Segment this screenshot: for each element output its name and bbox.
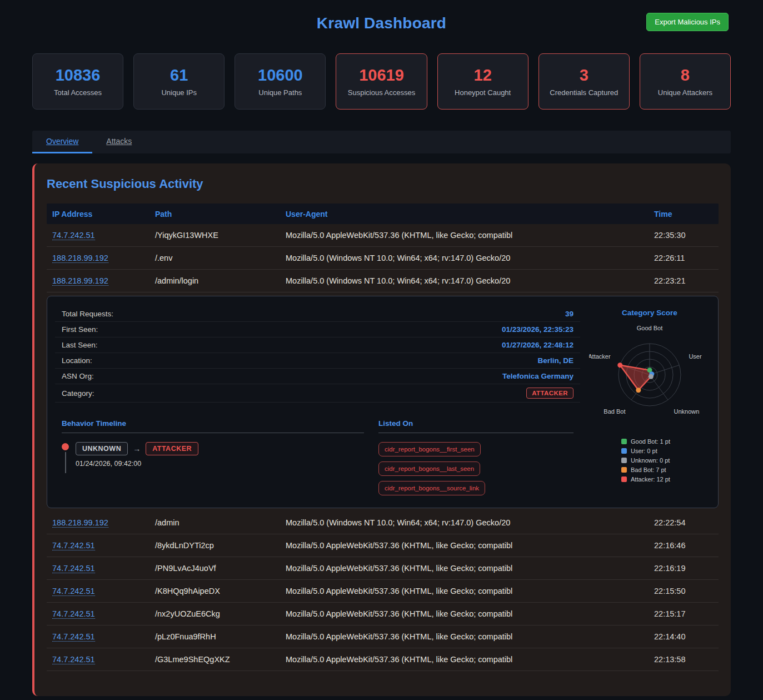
legend-label: Attacker: 12 pt — [631, 476, 670, 483]
stat-label: Total Accesses — [54, 88, 102, 97]
stat-card-unique-paths: 10600Unique Paths — [235, 53, 326, 110]
category-score-chart: Category Score Good BotUserUnknownBad Bo… — [589, 306, 710, 495]
ip-cell: 74.7.242.51 — [52, 655, 155, 664]
stat-value: 3 — [580, 66, 589, 85]
user-agent-cell: Mozilla/5.0 AppleWebKit/537.36 (KHTML, l… — [286, 564, 654, 573]
time-cell: 22:15:50 — [654, 587, 713, 595]
timeline-dot-icon — [62, 443, 69, 450]
table-row[interactable]: 74.7.242.51/pLz0Fnua9fRhHMozilla/5.0 App… — [47, 625, 719, 648]
stat-value: 12 — [474, 66, 492, 85]
ip-address-link[interactable]: 74.7.242.51 — [52, 541, 95, 550]
behavior-timeline-title: Behavior Timeline — [62, 419, 364, 433]
info-value: Telefonica Germany — [502, 372, 574, 380]
legend-swatch — [621, 458, 627, 463]
ip-address-link[interactable]: 74.7.242.51 — [52, 587, 95, 596]
legend-item: User: 0 pt — [621, 448, 670, 454]
table-row[interactable]: 188.218.99.192/.envMozilla/5.0 (Windows … — [47, 247, 719, 270]
ip-cell: 188.218.99.192 — [52, 254, 155, 262]
tab-overview[interactable]: Overview — [32, 131, 92, 153]
table-row[interactable]: 74.7.242.51/G3Lme9ShEQgXKZMozilla/5.0 Ap… — [47, 648, 719, 671]
user-agent-cell: Mozilla/5.0 AppleWebKit/537.36 (KHTML, l… — [286, 632, 654, 641]
table-row[interactable]: 74.7.242.51/K8HQq9hAipeDXMozilla/5.0 App… — [47, 580, 719, 603]
ip-address-link[interactable]: 74.7.242.51 — [52, 655, 95, 664]
column-header-time: Time — [654, 210, 713, 219]
user-agent-cell: Mozilla/5.0 (Windows NT 10.0; Win64; x64… — [286, 518, 654, 527]
path-cell: /nx2yUOZuE6Ckg — [155, 609, 286, 618]
table-row[interactable]: 74.7.242.51/YiqykGI13WHXEMozilla/5.0 App… — [47, 224, 719, 247]
table-row[interactable]: 74.7.242.51/nx2yUOZuE6CkgMozilla/5.0 App… — [47, 603, 719, 625]
legend-item: Unknown: 0 pt — [621, 457, 670, 464]
radar-chart-svg: Good BotUserUnknownBad BotAttacker — [589, 318, 710, 434]
ip-cell: 74.7.242.51 — [52, 609, 155, 618]
stat-label: Credentials Captured — [550, 88, 618, 97]
listed-on-badge[interactable]: cidr_report_bogons__last_seen — [378, 461, 480, 476]
stat-value: 61 — [170, 66, 188, 85]
ip-address-link[interactable]: 188.218.99.192 — [52, 276, 108, 286]
time-cell: 22:23:21 — [654, 276, 713, 285]
ip-info-fields: Total Requests:39First Seen:01/23/2026, … — [55, 306, 580, 384]
radar-legend: Good Bot: 1 ptUser: 0 ptUnknown: 0 ptBad… — [621, 438, 670, 485]
timeline-from-badge: UNKNOWN — [76, 442, 128, 455]
table-row[interactable]: 74.7.242.51/PN9LvAcJ4uoVfMozilla/5.0 App… — [47, 557, 719, 580]
category-row: Category: ATTACKER — [55, 384, 580, 403]
table-row[interactable]: 188.218.99.192/adminMozilla/5.0 (Windows… — [47, 512, 719, 534]
timeline-to-badge: ATTACKER — [146, 442, 198, 455]
path-cell: /.env — [155, 254, 286, 262]
user-agent-cell: Mozilla/5.0 AppleWebKit/537.36 (KHTML, l… — [286, 587, 654, 595]
stat-card-unique-attackers: 8Unique Attackers — [640, 53, 731, 110]
listed-on-section: Listed On cidr_report_bogons__first_seen… — [378, 419, 574, 495]
timeline-transition: UNKNOWN → ATTACKER — [76, 442, 198, 455]
radar-axis-label: Unknown — [674, 408, 699, 415]
info-label: Last Seen: — [62, 341, 98, 349]
column-header-path: Path — [155, 210, 286, 219]
ip-address-link[interactable]: 74.7.242.51 — [52, 609, 95, 619]
ip-cell: 74.7.242.51 — [52, 541, 155, 550]
legend-item: Good Bot: 1 pt — [621, 438, 670, 445]
ip-cell: 188.218.99.192 — [52, 276, 155, 285]
ip-cell: 74.7.242.51 — [52, 587, 155, 595]
stat-value: 10600 — [258, 66, 303, 85]
legend-label: Bad Bot: 7 pt — [631, 466, 666, 473]
ip-address-link[interactable]: 188.218.99.192 — [52, 254, 108, 263]
export-malicious-ips-button[interactable]: Export Malicious IPs — [646, 13, 729, 31]
user-agent-cell: Mozilla/5.0 AppleWebKit/537.36 (KHTML, l… — [286, 231, 654, 240]
legend-swatch — [621, 439, 627, 444]
time-cell: 22:14:40 — [654, 632, 713, 641]
time-cell: 22:35:30 — [654, 231, 713, 240]
user-agent-cell: Mozilla/5.0 (Windows NT 10.0; Win64; x64… — [286, 254, 654, 262]
recent-suspicious-activity-panel: Recent Suspicious Activity IP AddressPat… — [32, 163, 731, 696]
column-header-ip-address: IP Address — [52, 210, 155, 219]
stat-card-credentials-captured: 3Credentials Captured — [538, 53, 630, 110]
stat-card-total-accesses: 10836Total Accesses — [32, 53, 123, 110]
tab-bar: OverviewAttacks — [32, 131, 731, 153]
column-header-user-agent: User-Agent — [286, 210, 654, 219]
ip-address-link[interactable]: 74.7.242.51 — [52, 632, 95, 642]
listed-on-badge[interactable]: cidr_report_bogons__first_seen — [378, 442, 481, 456]
timeline-timestamp: 01/24/2026, 09:42:00 — [76, 460, 198, 468]
info-row-first-seen: First Seen:01/23/2026, 22:35:23 — [55, 322, 580, 337]
info-label: Total Requests: — [62, 310, 113, 318]
listed-on-badge[interactable]: cidr_report_bogons__source_link — [378, 481, 485, 495]
category-attacker-badge: ATTACKER — [526, 388, 574, 399]
table-rows-after-detail: 188.218.99.192/adminMozilla/5.0 (Windows… — [47, 512, 719, 671]
table-row[interactable]: 74.7.242.51/8ykdLnDYTi2cpMozilla/5.0 App… — [47, 534, 719, 557]
radar-axis-label: Attacker — [589, 353, 611, 360]
tab-attacks[interactable]: Attacks — [92, 131, 146, 153]
ip-address-link[interactable]: 74.7.242.51 — [52, 564, 95, 573]
info-label: ASN Org: — [62, 372, 94, 380]
legend-label: User: 0 pt — [631, 448, 657, 454]
ip-address-link[interactable]: 74.7.242.51 — [52, 231, 95, 240]
timeline-gutter — [62, 442, 69, 473]
stat-value: 10619 — [359, 66, 404, 85]
table-row[interactable]: 188.218.99.192/admin/loginMozilla/5.0 (W… — [47, 270, 719, 292]
path-cell: /8ykdLnDYTi2cp — [155, 541, 286, 550]
page-header: Krawl Dashboard Export Malicious IPs — [32, 0, 731, 47]
info-value: 01/27/2026, 22:48:12 — [502, 341, 574, 349]
category-label: Category: — [62, 389, 94, 398]
stat-card-suspicious-accesses: 10619Suspicious Accesses — [336, 53, 427, 110]
detail-sub-columns: Behavior Timeline UNKNOWN → — [55, 419, 580, 495]
ip-cell: 74.7.242.51 — [52, 564, 155, 573]
ip-address-link[interactable]: 188.218.99.192 — [52, 518, 108, 528]
path-cell: /admin/login — [155, 276, 286, 285]
path-cell: /admin — [155, 518, 286, 527]
